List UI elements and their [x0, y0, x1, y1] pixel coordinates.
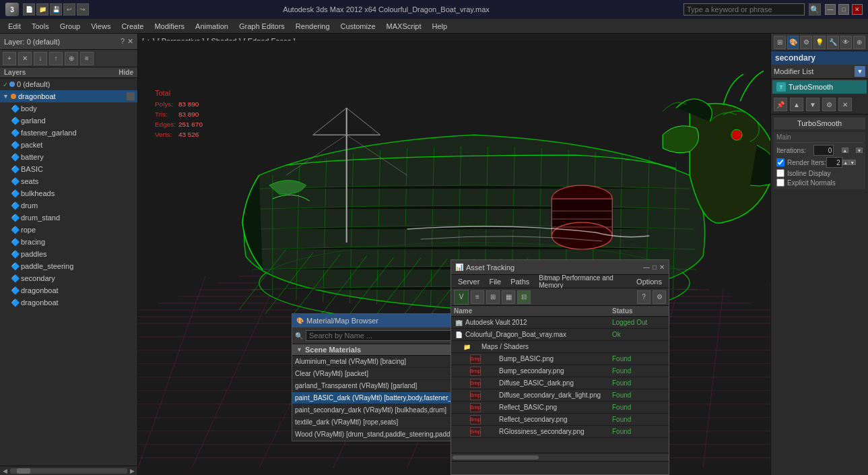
at-help-btn[interactable]: ? — [637, 290, 650, 304]
search-icon[interactable]: 🔍 — [809, 3, 821, 15]
rp-icon-2[interactable]: 🎨 — [787, 36, 799, 49]
layer-merge-btn[interactable]: ⊕ — [65, 52, 78, 65]
at-item[interactable]: Bmp Reflect_secondary.png Found — [451, 414, 669, 426]
toolbar-undo[interactable]: ↩ — [63, 3, 75, 15]
rp-icon-3[interactable]: ⚙ — [800, 36, 812, 49]
layer-item[interactable]: 🔷paddle_steering — [0, 260, 137, 272]
at-item[interactable]: Bmp Diffuse_BASIC_dark.png Found — [451, 377, 669, 389]
layer-panel-help[interactable]: ? — [121, 37, 125, 46]
rp-icon-1[interactable]: ⊞ — [774, 36, 786, 49]
layer-item[interactable]: 🔷garland — [0, 115, 137, 127]
scroll-left-arrow[interactable]: ◀ — [3, 468, 7, 474]
ts-render-iters-input[interactable] — [826, 157, 842, 168]
close-button[interactable]: ✕ — [852, 4, 863, 15]
at-item[interactable]: 📄 Colourful_Dragon_Boat_vray.max Ok — [451, 329, 669, 341]
layer-panel-close[interactable]: ✕ — [127, 37, 133, 46]
at-item[interactable]: Bmp Diffuse_secondary_dark_light.png Fou… — [451, 389, 669, 402]
layer-item[interactable]: 🔷paddles — [0, 248, 137, 260]
layer-new-btn[interactable]: + — [3, 52, 16, 65]
layer-item[interactable]: 🔷BASIC — [0, 163, 137, 175]
at-menu-file[interactable]: File — [485, 277, 505, 286]
menu-edit[interactable]: Edit — [3, 21, 26, 32]
scroll-right-arrow[interactable]: ▶ — [130, 468, 135, 474]
at-strip-btn[interactable]: ▦ — [502, 290, 515, 304]
at-settings-btn[interactable]: ⚙ — [653, 290, 666, 304]
at-menu-options[interactable]: Options — [632, 277, 666, 286]
toolbar-redo[interactable]: ↪ — [77, 3, 89, 15]
at-item[interactable]: Bmp Reflect_BASIC.png Found — [451, 402, 669, 414]
minimize-button[interactable]: — — [825, 4, 836, 15]
rp-icon-4[interactable]: 💡 — [813, 36, 826, 49]
menu-rendering[interactable]: Rendering — [290, 21, 335, 32]
ts-render-spinup[interactable]: ▲ — [842, 160, 849, 165]
at-maximize-btn[interactable]: □ — [653, 263, 657, 271]
stack-pin-btn[interactable]: 📌 — [774, 98, 787, 111]
ts-render-iters-checkbox[interactable] — [776, 158, 784, 166]
layer-item[interactable]: 🔷seats — [0, 175, 137, 187]
menu-modifiers[interactable]: Modifiers — [149, 21, 190, 32]
at-minimize-btn[interactable]: — — [643, 263, 650, 271]
at-table-btn[interactable]: ⊟ — [517, 290, 531, 304]
layer-options-btn[interactable]: ≡ — [80, 52, 94, 65]
stack-delete-btn[interactable]: ✕ — [838, 98, 852, 111]
toolbar-open[interactable]: 📁 — [36, 3, 48, 15]
layer-item[interactable]: 🔷bracing — [0, 236, 137, 248]
layer-item[interactable]: 🔷dragonboat — [0, 296, 137, 309]
layer-item[interactable]: 🔷rope — [0, 224, 137, 236]
ts-iterations-spindown[interactable]: ▼ — [856, 148, 863, 153]
at-close-btn[interactable]: ✕ — [659, 263, 665, 271]
menu-group[interactable]: Group — [55, 21, 86, 32]
toolbar-save[interactable]: 💾 — [50, 3, 62, 15]
rp-icon-6[interactable]: 👁 — [840, 36, 853, 49]
layer-item[interactable]: ▼ dragonboat — [0, 90, 137, 102]
menu-create[interactable]: Create — [116, 21, 149, 32]
menu-tools[interactable]: Tools — [26, 21, 55, 32]
ts-iterations-input[interactable] — [813, 145, 834, 156]
menu-customize[interactable]: Customize — [335, 21, 381, 32]
modifier-list-dropdown[interactable]: ▼ — [855, 66, 865, 77]
at-menu-paths[interactable]: Paths — [506, 277, 533, 286]
at-item[interactable]: Bmp Bump_secondary.png Found — [451, 365, 669, 377]
at-item[interactable]: 📁 Maps / Shaders — [451, 341, 669, 353]
layer-item[interactable]: 🔷packet — [0, 139, 137, 151]
at-vault-btn[interactable]: V — [454, 290, 469, 305]
ts-iterations-spinup[interactable]: ▲ — [842, 148, 848, 153]
menu-graph-editors[interactable]: Graph Editors — [234, 21, 290, 32]
menu-views[interactable]: Views — [86, 21, 116, 32]
toolbar-new[interactable]: 📄 — [23, 3, 35, 15]
layer-add-sel-btn[interactable]: ↓ — [34, 52, 47, 65]
stack-up-btn[interactable]: ▲ — [790, 98, 803, 111]
layer-item[interactable]: 🔷bulkheads — [0, 187, 137, 199]
at-list-view-btn[interactable]: ≡ — [471, 290, 484, 304]
search-input[interactable] — [683, 3, 805, 15]
menu-help[interactable]: Help — [427, 21, 453, 32]
stack-config-btn[interactable]: ⚙ — [822, 98, 836, 111]
layer-item[interactable]: 🔷drum_stand — [0, 212, 137, 224]
at-item[interactable]: Bmp RGlossiness_secondary.png Found — [451, 426, 669, 438]
at-thumbnail-btn[interactable]: ⊞ — [486, 290, 500, 304]
ts-render-spindown[interactable]: ▼ — [849, 160, 856, 165]
turbosmooth-stack-item[interactable]: T TurboSmooth — [772, 80, 867, 94]
layer-item[interactable]: 🔷drum — [0, 199, 137, 212]
layer-item[interactable]: 🔷battery — [0, 151, 137, 163]
at-menu-server[interactable]: Server — [454, 277, 483, 286]
layer-item[interactable]: 🔷dragonboat — [0, 284, 137, 296]
at-menu-bitmap-perf[interactable]: Bitmap Performance and Memory — [535, 274, 631, 290]
rp-icon-7[interactable]: ⊕ — [853, 36, 865, 49]
maximize-button[interactable]: □ — [838, 4, 849, 15]
ts-isoline-checkbox[interactable] — [776, 169, 784, 177]
layer-delete-btn[interactable]: ✕ — [18, 52, 32, 65]
scroll-track[interactable] — [10, 468, 127, 474]
viewport[interactable]: [ + ] [ Perspective ] [ Shaded ] [ Edged… — [138, 34, 770, 475]
at-item[interactable]: Bmp Bump_BASIC.png Found — [451, 353, 669, 365]
at-item[interactable]: 🏢 Autodesk Vault 2012 Logged Out — [451, 317, 669, 329]
layer-sel-from-btn[interactable]: ↑ — [49, 52, 63, 65]
rp-icon-5[interactable]: 🔧 — [827, 36, 839, 49]
menu-maxscript[interactable]: MAXScript — [381, 21, 427, 32]
ts-explicit-checkbox[interactable] — [776, 179, 784, 187]
layer-item[interactable]: ✓ 0 (default) — [0, 78, 137, 90]
layer-item[interactable]: 🔷body — [0, 102, 137, 115]
layer-item[interactable]: 🔷fastener_garland — [0, 127, 137, 139]
at-horizontal-scrollbar[interactable] — [451, 453, 669, 461]
layer-item[interactable]: 🔷secondary — [0, 272, 137, 284]
